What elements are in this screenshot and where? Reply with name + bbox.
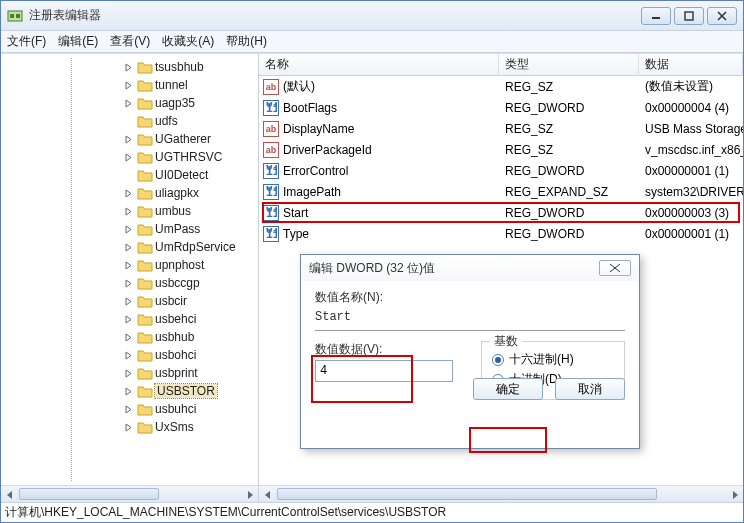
close-button[interactable] <box>707 7 737 25</box>
svg-marker-25 <box>126 424 131 431</box>
tree-node[interactable]: UmRdpService <box>3 238 258 256</box>
statusbar: 计算机\HKEY_LOCAL_MACHINE\SYSTEM\CurrentCon… <box>1 502 743 522</box>
expander-icon[interactable] <box>123 404 133 414</box>
folder-icon <box>137 348 153 362</box>
svg-rect-2 <box>16 14 20 18</box>
value-type: REG_SZ <box>499 143 639 157</box>
menu-view[interactable]: 查看(V) <box>110 33 150 50</box>
expander-icon[interactable] <box>123 116 133 126</box>
value-row[interactable]: 011110TypeREG_DWORD0x00000001 (1) <box>259 223 743 244</box>
svg-rect-4 <box>685 12 693 20</box>
folder-icon <box>137 150 153 164</box>
tree-hscrollbar[interactable] <box>1 485 258 502</box>
tree[interactable]: tsusbhubtunneluagp35udfsUGathererUGTHRSV… <box>1 54 258 485</box>
expander-icon[interactable] <box>123 170 133 180</box>
tree-node[interactable]: UGTHRSVC <box>3 148 258 166</box>
menu-file[interactable]: 文件(F) <box>7 33 46 50</box>
expander-icon[interactable] <box>123 332 133 342</box>
expander-icon[interactable] <box>123 188 133 198</box>
tree-node[interactable]: usbuhci <box>3 400 258 418</box>
svg-marker-15 <box>126 244 131 251</box>
value-row[interactable]: 011110BootFlagsREG_DWORD0x00000004 (4) <box>259 97 743 118</box>
svg-text:110: 110 <box>266 165 277 177</box>
tree-node[interactable]: uagp35 <box>3 94 258 112</box>
expander-icon[interactable] <box>123 224 133 234</box>
expander-icon[interactable] <box>123 296 133 306</box>
svg-text:110: 110 <box>266 102 277 114</box>
expander-icon[interactable] <box>123 242 133 252</box>
tree-node[interactable]: usbehci <box>3 310 258 328</box>
folder-icon <box>137 168 153 182</box>
window-title: 注册表编辑器 <box>29 7 641 24</box>
binary-value-icon: 011110 <box>263 163 279 179</box>
value-row[interactable]: 011110ErrorControlREG_DWORD0x00000001 (1… <box>259 160 743 181</box>
folder-icon <box>137 114 153 128</box>
tree-node[interactable]: upnphost <box>3 256 258 274</box>
value-type: REG_DWORD <box>499 227 639 241</box>
tree-node[interactable]: udfs <box>3 112 258 130</box>
tree-node-label: UmPass <box>155 222 200 236</box>
expander-icon[interactable] <box>123 278 133 288</box>
value-name: BootFlags <box>283 101 337 115</box>
col-name[interactable]: 名称 <box>259 54 499 76</box>
value-type: REG_DWORD <box>499 206 639 220</box>
tree-node[interactable]: UI0Detect <box>3 166 258 184</box>
svg-marker-13 <box>126 208 131 215</box>
list-hscrollbar[interactable] <box>259 485 743 502</box>
value-row[interactable]: abDisplayNameREG_SZUSB Mass Storage <box>259 118 743 139</box>
folder-icon <box>137 330 153 344</box>
tree-node[interactable]: tsusbhub <box>3 58 258 76</box>
value-row[interactable]: 011110ImagePathREG_EXPAND_SZsystem32\DRI… <box>259 181 743 202</box>
app-icon <box>7 8 23 24</box>
value-row[interactable]: 011110StartREG_DWORD0x00000003 (3) <box>259 202 743 223</box>
value-name: Start <box>283 206 308 220</box>
folder-icon <box>137 294 153 308</box>
svg-text:110: 110 <box>266 207 277 219</box>
col-type[interactable]: 类型 <box>499 54 639 76</box>
tree-node-label: usbcir <box>155 294 187 308</box>
tree-node-label: upnphost <box>155 258 204 272</box>
svg-marker-16 <box>126 262 131 269</box>
value-list[interactable]: ab(默认)REG_SZ(数值未设置)011110BootFlagsREG_DW… <box>259 76 743 485</box>
col-data[interactable]: 数据 <box>639 54 743 76</box>
expander-icon[interactable] <box>123 350 133 360</box>
tree-node[interactable]: usbccgp <box>3 274 258 292</box>
maximize-button[interactable] <box>674 7 704 25</box>
expander-icon[interactable] <box>123 152 133 162</box>
svg-marker-27 <box>248 491 253 499</box>
tree-node[interactable]: UGatherer <box>3 130 258 148</box>
expander-icon[interactable] <box>123 386 133 396</box>
tree-node[interactable]: usbohci <box>3 346 258 364</box>
expander-icon[interactable] <box>123 422 133 432</box>
folder-icon <box>137 204 153 218</box>
tree-node[interactable]: tunnel <box>3 76 258 94</box>
tree-node[interactable]: usbcir <box>3 292 258 310</box>
expander-icon[interactable] <box>123 206 133 216</box>
expander-icon[interactable] <box>123 314 133 324</box>
tree-node[interactable]: umbus <box>3 202 258 220</box>
list-header: 名称 类型 数据 <box>259 54 743 76</box>
tree-node[interactable]: usbhub <box>3 328 258 346</box>
tree-node[interactable]: usbprint <box>3 364 258 382</box>
expander-icon[interactable] <box>123 134 133 144</box>
value-row[interactable]: ab(默认)REG_SZ(数值未设置) <box>259 76 743 97</box>
expander-icon[interactable] <box>123 62 133 72</box>
tree-node[interactable]: UmPass <box>3 220 258 238</box>
value-row[interactable]: abDriverPackageIdREG_SZv_mscdsc.inf_x86_… <box>259 139 743 160</box>
tree-node-label: usbehci <box>155 312 196 326</box>
minimize-button[interactable] <box>641 7 671 25</box>
expander-icon[interactable] <box>123 98 133 108</box>
tree-node[interactable]: USBSTOR <box>3 382 258 400</box>
menu-fav[interactable]: 收藏夹(A) <box>162 33 214 50</box>
tree-node[interactable]: uliagpkx <box>3 184 258 202</box>
tree-node[interactable]: UxSms <box>3 418 258 436</box>
value-data: v_mscdsc.inf_x86_n <box>639 143 743 157</box>
value-name: DriverPackageId <box>283 143 372 157</box>
menu-edit[interactable]: 编辑(E) <box>58 33 98 50</box>
value-name: Type <box>283 227 309 241</box>
expander-icon[interactable] <box>123 260 133 270</box>
binary-value-icon: 011110 <box>263 205 279 221</box>
expander-icon[interactable] <box>123 80 133 90</box>
expander-icon[interactable] <box>123 368 133 378</box>
menu-help[interactable]: 帮助(H) <box>226 33 267 50</box>
